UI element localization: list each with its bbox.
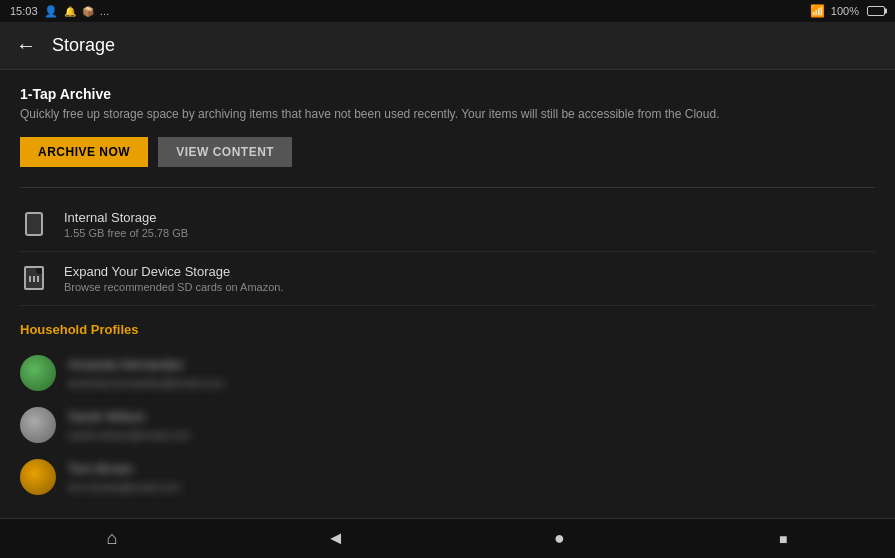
sd-card-icon bbox=[20, 264, 48, 292]
main-content: 1-Tap Archive Quickly free up storage sp… bbox=[0, 70, 895, 518]
expand-storage-title: Expand Your Device Storage bbox=[64, 264, 284, 279]
time-display: 15:03 bbox=[10, 5, 38, 17]
profile-1-email-blurred: amanda.hernandez@email.com bbox=[68, 377, 224, 389]
archive-description: Quickly free up storage space by archivi… bbox=[20, 106, 875, 123]
profile-3-name: Tom Brown bbox=[68, 459, 181, 477]
expand-storage-subtitle: Browse recommended SD cards on Amazon. bbox=[64, 281, 284, 293]
status-right: 📶 100% bbox=[810, 4, 885, 18]
archive-now-button[interactable]: ARCHIVE NOW bbox=[20, 137, 148, 167]
app-icon-1: 🔔 bbox=[64, 6, 76, 17]
app-bar: ← Storage bbox=[0, 22, 895, 70]
avatar-1 bbox=[20, 355, 56, 391]
home-button[interactable]: ⌂ bbox=[92, 519, 132, 559]
profile-2-name: Sarah Wilson bbox=[68, 407, 190, 425]
internal-storage-title: Internal Storage bbox=[64, 210, 188, 225]
battery-percent: 100% bbox=[831, 5, 859, 17]
notification-icon: 👤 bbox=[44, 5, 58, 18]
avatar-2 bbox=[20, 407, 56, 443]
divider-1 bbox=[20, 187, 875, 188]
back-button[interactable]: ← bbox=[16, 34, 36, 57]
internal-storage-icon bbox=[20, 210, 48, 238]
app-icon-3: … bbox=[100, 6, 110, 17]
profile-3-name-blurred: Tom Brown bbox=[68, 461, 133, 476]
profile-1-name: Amanda Hernandez bbox=[68, 355, 224, 373]
archive-title: 1-Tap Archive bbox=[20, 86, 875, 102]
profile-2-text: Sarah Wilson sarah.wilson@email.com bbox=[68, 407, 190, 443]
avatar-3 bbox=[20, 459, 56, 495]
household-title: Household Profiles bbox=[20, 322, 875, 337]
nav-bar: ⌂ ◄ ● ■ bbox=[0, 518, 895, 558]
app-icon-2: 📦 bbox=[82, 6, 94, 17]
square-button[interactable]: ■ bbox=[763, 519, 803, 559]
status-left: 15:03 👤 🔔 📦 … bbox=[10, 5, 110, 18]
profile-item-2[interactable]: Sarah Wilson sarah.wilson@email.com bbox=[20, 399, 875, 451]
profile-1-text: Amanda Hernandez amanda.hernandez@email.… bbox=[68, 355, 224, 391]
profile-2-email: sarah.wilson@email.com bbox=[68, 425, 190, 443]
profile-1-email: amanda.hernandez@email.com bbox=[68, 373, 224, 391]
profile-2-name-blurred: Sarah Wilson bbox=[68, 409, 145, 424]
back-nav-button[interactable]: ◄ bbox=[316, 519, 356, 559]
battery-bar bbox=[865, 6, 885, 16]
internal-storage-item[interactable]: Internal Storage 1.55 GB free of 25.78 G… bbox=[20, 198, 875, 252]
archive-section: 1-Tap Archive Quickly free up storage sp… bbox=[20, 86, 875, 167]
recents-button[interactable]: ● bbox=[539, 519, 579, 559]
expand-storage-text: Expand Your Device Storage Browse recomm… bbox=[64, 264, 284, 293]
household-section: Household Profiles Amanda Hernandez aman… bbox=[20, 322, 875, 503]
profile-3-email: tom.brown@email.com bbox=[68, 477, 181, 495]
view-content-button[interactable]: VIEW CONTENT bbox=[158, 137, 292, 167]
profile-3-text: Tom Brown tom.brown@email.com bbox=[68, 459, 181, 495]
internal-storage-subtitle: 1.55 GB free of 25.78 GB bbox=[64, 227, 188, 239]
page-title: Storage bbox=[52, 35, 115, 56]
profile-item-1[interactable]: Amanda Hernandez amanda.hernandez@email.… bbox=[20, 347, 875, 399]
status-bar: 15:03 👤 🔔 📦 … 📶 100% bbox=[0, 0, 895, 22]
archive-button-row: ARCHIVE NOW VIEW CONTENT bbox=[20, 137, 875, 167]
profile-1-name-blurred: Amanda Hernandez bbox=[68, 357, 184, 372]
profile-2-email-blurred: sarah.wilson@email.com bbox=[68, 429, 190, 441]
profile-3-email-blurred: tom.brown@email.com bbox=[68, 481, 181, 493]
wifi-icon: 📶 bbox=[810, 4, 825, 18]
expand-storage-item[interactable]: Expand Your Device Storage Browse recomm… bbox=[20, 252, 875, 306]
internal-storage-text: Internal Storage 1.55 GB free of 25.78 G… bbox=[64, 210, 188, 239]
profile-item-3[interactable]: Tom Brown tom.brown@email.com bbox=[20, 451, 875, 503]
